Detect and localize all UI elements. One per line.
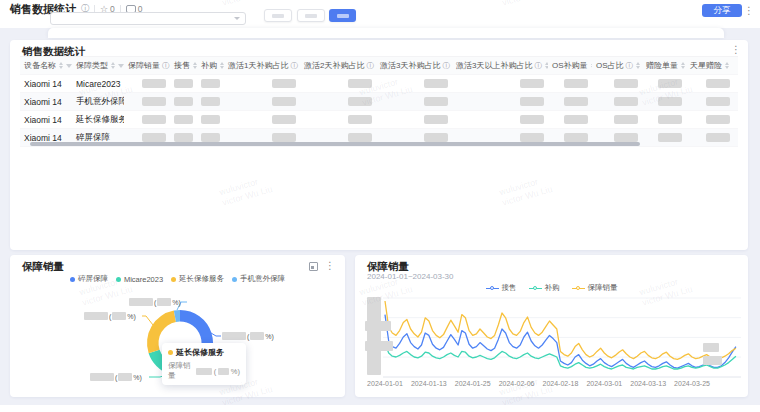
redacted-value — [424, 133, 448, 142]
sort-carets-icon[interactable] — [681, 62, 685, 69]
horizontal-scrollbar-thumb[interactable] — [30, 142, 640, 146]
sort-desc-icon — [725, 66, 729, 69]
table-cell: Xiaomi 14 — [20, 111, 72, 128]
redacted-value — [564, 97, 588, 106]
info-icon[interactable]: ⓘ — [534, 62, 542, 70]
paren-open: ( — [115, 374, 117, 381]
table-cell — [592, 111, 642, 128]
filter-reset-button[interactable] — [297, 9, 325, 22]
table-cell — [124, 93, 170, 110]
redacted-value — [424, 97, 448, 106]
column-label: 赠险单量 — [646, 60, 678, 71]
paren-open: ( — [247, 333, 249, 340]
column-header-7[interactable]: 激活3天补购占比ⓘ — [376, 57, 452, 74]
info-icon[interactable]: ⓘ — [442, 62, 450, 70]
warranty-sales-trend-card: 保障销量 2024-01-01~2024-03-30 接售补购保障销量 2024… — [355, 255, 748, 397]
column-header-12[interactable]: 天星赠险 — [686, 57, 734, 74]
redacted-value — [658, 97, 682, 106]
redacted-value — [142, 115, 166, 124]
table-cell — [197, 93, 224, 110]
sort-carets-icon[interactable] — [636, 62, 640, 69]
redacted-percent — [218, 368, 228, 375]
sort-asc-icon — [681, 62, 685, 65]
column-header-6[interactable]: 激活2天补购占比ⓘ — [300, 57, 376, 74]
column-label: 激活2天补购占比 — [304, 60, 364, 71]
redacted-percent — [118, 373, 132, 381]
redacted-value — [614, 97, 638, 106]
table-cell — [452, 93, 548, 110]
paren-close: %) — [172, 299, 181, 306]
sort-desc-icon — [636, 66, 640, 69]
chevron-down-icon — [234, 17, 240, 20]
redacted-value — [564, 133, 588, 142]
column-header-5[interactable]: 激活1天补购占比ⓘ — [224, 57, 300, 74]
filter-select[interactable] — [50, 12, 246, 25]
column-header-8[interactable]: 激活3天以上补购占比ⓘ — [452, 57, 548, 74]
table-cell — [548, 75, 592, 92]
column-header-2[interactable]: 保障销量ⓘ — [124, 57, 170, 74]
redacted-slice-label: (%) — [84, 312, 136, 320]
paren-open: ( — [109, 313, 111, 320]
table-row: Xiaomi 14手机意外保障 — [20, 93, 738, 111]
sort-carets-icon[interactable] — [59, 62, 63, 69]
info-icon[interactable]: ⓘ — [290, 62, 298, 70]
sort-carets-icon[interactable] — [725, 62, 729, 69]
sales-data-table-card: 销售数据统计 ⋮ 设备名称保障类型保障销量ⓘ接售补购激活1天补购占比ⓘ激活2天补… — [10, 40, 748, 250]
redacted-value — [348, 79, 372, 88]
table-cell — [642, 129, 686, 146]
data-table: 设备名称保障类型保障销量ⓘ接售补购激活1天补购占比ⓘ激活2天补购占比ⓘ激活3天补… — [20, 56, 738, 147]
column-header-1[interactable]: 保障类型 — [72, 57, 124, 74]
column-label: 补购 — [201, 60, 217, 71]
filter-secondary-button[interactable] — [264, 9, 292, 22]
table-cell — [592, 75, 642, 92]
table-cell — [170, 75, 197, 92]
table-row: Xiaomi 14Micare2023 — [20, 75, 738, 93]
redacted-value — [272, 115, 296, 124]
table-cell — [548, 111, 592, 128]
sort-asc-icon — [59, 62, 63, 65]
table-cell — [642, 111, 686, 128]
sort-asc-icon — [636, 62, 640, 65]
table-card-kebab-icon[interactable]: ⋮ — [731, 45, 741, 55]
column-header-4[interactable]: 补购 — [197, 57, 224, 74]
sort-carets-icon[interactable] — [111, 62, 115, 69]
table-cell — [124, 111, 170, 128]
redacted-value — [272, 79, 296, 88]
column-label: 保障类型 — [76, 60, 108, 71]
column-header-0[interactable]: 设备名称 — [20, 57, 72, 74]
column-label: 天星赠险 — [690, 60, 722, 71]
redacted-value — [272, 97, 296, 106]
paren-close: %) — [127, 313, 136, 320]
table-cell — [642, 75, 686, 92]
tooltip-series-dot — [168, 350, 173, 355]
redacted-y-tick — [365, 341, 393, 351]
table-cell — [548, 93, 592, 110]
share-button[interactable]: 分享 — [702, 4, 742, 17]
column-label: 接售 — [174, 60, 190, 71]
info-icon[interactable]: ⓘ — [162, 62, 170, 70]
table-cell — [592, 93, 642, 110]
info-icon[interactable]: ⓘ — [366, 62, 374, 70]
redacted-value — [90, 373, 114, 381]
callout-line — [142, 316, 153, 325]
tooltip-metric-label: 保障销量 — [168, 361, 194, 381]
column-header-9[interactable]: OS补购量 — [548, 57, 592, 74]
table-cell — [686, 75, 734, 92]
info-icon[interactable]: ⓘ — [626, 62, 634, 70]
redacted-y-tick — [365, 321, 391, 331]
column-header-3[interactable]: 接售 — [170, 57, 197, 74]
sort-desc-icon — [111, 66, 115, 69]
filter-submit-button[interactable] — [329, 9, 356, 22]
redacted-value — [174, 97, 193, 106]
redacted-value — [174, 79, 193, 88]
redacted-value — [614, 115, 638, 124]
redacted-value — [201, 79, 220, 88]
warranty-sales-donut-card: 保障销量 ⋮ 碎屏保障Micare2023延长保修服务手机意外保障 (%)(%)… — [10, 255, 345, 397]
redacted-value — [348, 115, 372, 124]
table-header-row: 设备名称保障类型保障销量ⓘ接售补购激活1天补购占比ⓘ激活2天补购占比ⓘ激活3天补… — [20, 56, 738, 75]
table-cell — [300, 93, 376, 110]
column-header-10[interactable]: OS占比ⓘ — [592, 57, 642, 74]
kebab-menu-icon[interactable]: ⋮ — [744, 6, 754, 16]
table-cell — [224, 75, 300, 92]
column-header-11[interactable]: 赠险单量 — [642, 57, 686, 74]
